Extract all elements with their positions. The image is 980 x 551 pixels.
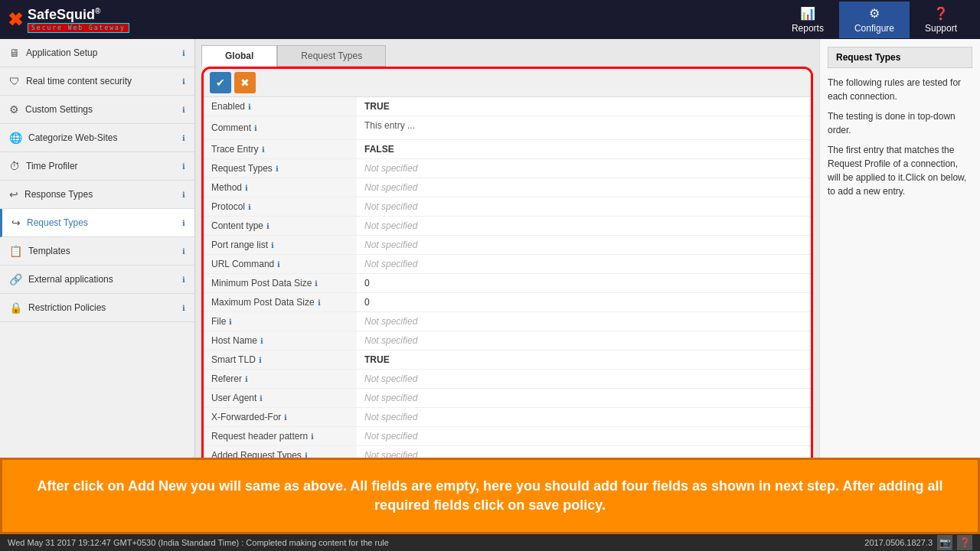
field-help-icon[interactable]: ℹ — [262, 145, 265, 154]
field-help-icon[interactable]: ℹ — [271, 241, 274, 249]
sidebar-item-application-setup[interactable]: 🖥 Application Setup ℹ — [0, 39, 194, 67]
table-row: Host Name ℹNot specified — [204, 331, 811, 350]
table-row: Minimum Post Data Size ℹ0 — [204, 274, 811, 293]
categorize-help[interactable]: ℹ — [182, 134, 185, 142]
field-help-icon[interactable]: ℹ — [277, 260, 280, 269]
field-value: Not specified — [357, 197, 811, 217]
sidebar-label-request: Request Types — [27, 217, 88, 228]
field-label: X-Forwarded-For ℹ — [204, 408, 357, 427]
external-help[interactable]: ℹ — [182, 276, 185, 284]
sidebar-label-application-setup: Application Setup — [26, 47, 97, 58]
field-help-icon[interactable]: ℹ — [248, 103, 251, 111]
annotation-bar: After click on Add New you will same as … — [0, 458, 980, 534]
field-help-icon[interactable]: ℹ — [254, 124, 257, 132]
table-row: Content type ℹNot specified — [204, 217, 811, 236]
table-row: File ℹNot specified — [204, 312, 811, 331]
logo-area: ✖ SafeSquid® Secure Web Gateway — [8, 7, 129, 33]
response-help[interactable]: ℹ — [182, 191, 185, 199]
table-row: Smart TLD ℹTRUE — [204, 350, 811, 370]
status-version: 2017.0506.1827.3 — [864, 538, 933, 547]
field-help-icon[interactable]: ℹ — [259, 356, 262, 364]
field-help-icon[interactable]: ℹ — [318, 298, 321, 307]
sidebar-item-realtime-content[interactable]: 🛡 Real time content security ℹ — [0, 67, 194, 96]
field-value: Not specified — [357, 312, 811, 331]
field-help-icon[interactable]: ℹ — [311, 432, 314, 441]
field-value: Not specified — [357, 178, 811, 197]
nav-reports[interactable]: 📊 Reports — [776, 2, 839, 38]
sidebar-item-custom-settings[interactable]: ⚙ Custom Settings ℹ — [0, 96, 194, 124]
tab-request-types[interactable]: Request Types — [277, 45, 386, 67]
main-panel: Global Request Types ✔ ✖ Enabled ℹTRUECo… — [195, 39, 819, 458]
field-help-icon[interactable]: ℹ — [260, 337, 263, 345]
field-help-icon[interactable]: ℹ — [305, 452, 308, 458]
sidebar-label-response: Response Types — [24, 189, 93, 200]
sidebar-label-restriction: Restriction Policies — [28, 302, 106, 313]
field-value: Not specified — [357, 255, 811, 274]
field-label: Content type ℹ — [204, 217, 357, 236]
field-help-icon[interactable]: ℹ — [245, 184, 248, 192]
sidebar-label-templates: Templates — [28, 246, 70, 256]
time-profiler-icon: ⏱ — [9, 160, 20, 172]
realtime-icon: 🛡 — [9, 75, 20, 87]
realtime-help[interactable]: ℹ — [182, 77, 185, 86]
table-row: Comment ℹThis entry ... — [204, 116, 811, 140]
request-help[interactable]: ℹ — [182, 219, 185, 227]
field-value: 0 — [357, 293, 811, 312]
sidebar-item-templates[interactable]: 📋 Templates ℹ — [0, 237, 194, 266]
field-help-icon[interactable]: ℹ — [315, 279, 318, 288]
sidebar-item-time-profiler[interactable]: ⏱ Time Profiler ℹ — [0, 152, 194, 181]
sidebar-item-request-types[interactable]: ↪ Request Types ℹ — [0, 209, 194, 237]
field-value: Not specified — [357, 236, 811, 255]
field-label: File ℹ — [204, 312, 357, 331]
support-icon: ❓ — [933, 6, 949, 21]
time-help[interactable]: ℹ — [182, 162, 185, 171]
field-label: Referer ℹ — [204, 370, 357, 389]
sidebar-label-categorize: Categorize Web-Sites — [28, 132, 118, 143]
field-label: Method ℹ — [204, 178, 357, 197]
help-button[interactable]: ❓ — [957, 535, 972, 550]
custom-help[interactable]: ℹ — [182, 106, 185, 114]
sidebar-item-external[interactable]: 🔗 External applications ℹ — [0, 266, 194, 294]
sidebar-label-custom: Custom Settings — [25, 104, 93, 115]
field-value: Not specified — [357, 408, 811, 427]
content-area: Global Request Types ✔ ✖ Enabled ℹTRUECo… — [195, 39, 980, 458]
field-help-icon[interactable]: ℹ — [276, 165, 279, 173]
table-row: X-Forwarded-For ℹNot specified — [204, 408, 811, 427]
nav-configure[interactable]: ⚙ Configure — [839, 2, 910, 38]
field-help-icon[interactable]: ℹ — [266, 222, 270, 230]
field-label: Protocol ℹ — [204, 197, 357, 217]
screenshot-button[interactable]: 📷 — [937, 535, 952, 550]
check-button[interactable]: ✔ — [210, 72, 231, 93]
tab-global[interactable]: Global — [201, 45, 277, 67]
table-row: Port range list ℹNot specified — [204, 236, 811, 255]
application-setup-help[interactable]: ℹ — [182, 49, 185, 57]
restriction-help[interactable]: ℹ — [182, 304, 185, 312]
status-message: Wed May 31 2017 19:12:47 GMT+0530 (India… — [8, 538, 389, 547]
right-panel: Request Types The following rules are te… — [819, 39, 980, 458]
field-help-icon[interactable]: ℹ — [260, 394, 263, 403]
field-value[interactable]: This entry ... — [357, 116, 811, 140]
field-help-icon[interactable]: ℹ — [248, 203, 251, 211]
sidebar-item-categorize[interactable]: 🌐 Categorize Web-Sites ℹ — [0, 124, 194, 152]
sidebar-label-realtime: Real time content security — [26, 76, 132, 86]
reports-icon: 📊 — [800, 6, 815, 21]
action-buttons-bar: ✔ ✖ — [204, 69, 811, 97]
templates-help[interactable]: ℹ — [182, 247, 185, 256]
table-row: URL Command ℹNot specified — [204, 255, 811, 274]
field-help-icon[interactable]: ℹ — [284, 413, 287, 422]
field-value: Not specified — [357, 159, 811, 178]
field-help-icon[interactable]: ℹ — [245, 375, 248, 383]
header: ✖ SafeSquid® Secure Web Gateway 📊 Report… — [0, 0, 980, 39]
field-label: Host Name ℹ — [204, 331, 357, 350]
field-label: URL Command ℹ — [204, 255, 357, 274]
field-help-icon[interactable]: ℹ — [229, 318, 232, 326]
table-row: Added Request Types ℹNot specified — [204, 446, 811, 458]
field-value: 0 — [357, 274, 811, 293]
header-nav: 📊 Reports ⚙ Configure ❓ Support — [776, 2, 972, 38]
status-bar: Wed May 31 2017 19:12:47 GMT+0530 (India… — [0, 534, 980, 551]
sidebar-item-restriction[interactable]: 🔒 Restriction Policies ℹ — [0, 294, 194, 322]
sidebar-item-response-types[interactable]: ↩ Response Types ℹ — [0, 181, 194, 209]
cross-button[interactable]: ✖ — [234, 72, 256, 93]
nav-support[interactable]: ❓ Support — [910, 2, 972, 38]
application-setup-icon: 🖥 — [9, 47, 20, 59]
